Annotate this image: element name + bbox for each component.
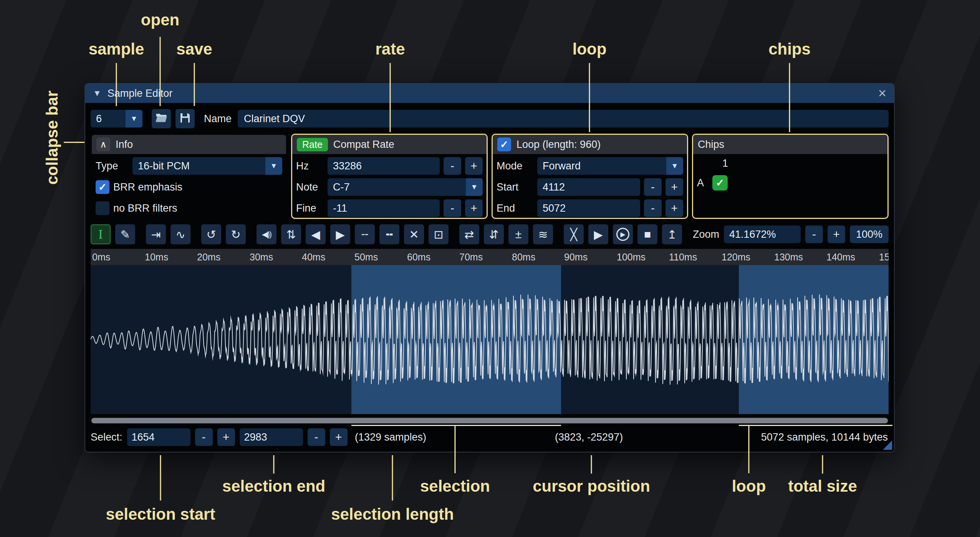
info-header[interactable]: ∧ Info <box>92 135 286 154</box>
chips-column-header: 1 <box>722 156 884 171</box>
open-button[interactable] <box>152 109 171 128</box>
note-select[interactable]: C-7 ▼ <box>328 178 483 196</box>
loop-start-plus-button[interactable]: + <box>665 178 683 196</box>
loop-end-plus-button[interactable]: + <box>665 199 683 217</box>
loop-mode-select[interactable]: Forward ▼ <box>537 157 683 175</box>
ruler-label: 110ms <box>669 252 697 263</box>
undo-button[interactable]: ↺ <box>201 224 221 244</box>
save-button[interactable] <box>175 109 195 128</box>
ruler-label: 60ms <box>407 252 430 263</box>
zoom-input[interactable]: 41.1672% <box>724 225 801 243</box>
fine-input[interactable]: -11 <box>328 199 440 217</box>
delete-button[interactable]: ✕ <box>404 224 424 244</box>
fade-in-button[interactable]: ◀ <box>306 224 326 244</box>
type-row: Type 16-bit PCM ▼ <box>96 157 282 175</box>
chips-row-a: A ✓ <box>697 175 884 191</box>
annotation-line-total-size <box>822 455 823 474</box>
brr-emphasis-row: ✓ BRR emphasis <box>96 178 282 196</box>
zoom-minus-button[interactable]: - <box>805 225 823 243</box>
total-size-text: 5072 samples, 10144 bytes <box>761 431 888 443</box>
selection-start-minus-button[interactable]: - <box>195 428 213 446</box>
hz-input[interactable]: 33286 <box>328 157 440 175</box>
crossfade-loop-button[interactable]: ╳ <box>564 224 584 244</box>
stop-button[interactable]: ■ <box>637 224 657 244</box>
hz-minus-button[interactable]: - <box>444 157 461 175</box>
window-content: 6 ▼ Name Clarinet DQV <box>85 103 894 452</box>
brr-emphasis-checkbox[interactable]: ✓ <box>96 180 109 194</box>
scrollbar-thumb[interactable] <box>91 418 888 423</box>
window-resize-grip[interactable] <box>883 441 892 450</box>
annotation-total-size: total size <box>788 477 857 496</box>
waveform-area[interactable] <box>91 265 889 414</box>
play-button[interactable]: ▶ <box>613 224 633 244</box>
loop-end-label: End <box>497 202 533 214</box>
waveform-display[interactable] <box>91 265 889 414</box>
loop-end-minus-button[interactable]: - <box>644 199 662 217</box>
sample-select[interactable]: 6 ▼ <box>91 110 142 128</box>
annotation-bracket-selection <box>351 425 561 426</box>
resample-button[interactable]: ∿ <box>171 224 190 244</box>
normalize-button[interactable]: ⇅ <box>281 224 301 244</box>
selection-start-input[interactable]: 1654 <box>127 428 190 446</box>
loop-header: ✓ Loop (length: 960) <box>493 135 687 154</box>
close-icon[interactable]: × <box>878 86 886 100</box>
fine-input-value: -11 <box>328 202 353 214</box>
chip-a-checkbox[interactable]: ✓ <box>712 175 728 191</box>
hz-plus-button[interactable]: + <box>465 157 483 175</box>
ruler-label: 0ms <box>92 252 110 263</box>
chevron-down-icon[interactable]: ▼ <box>126 110 142 128</box>
chevron-down-icon[interactable]: ▼ <box>666 157 683 175</box>
ruler-label: 70ms <box>459 252 483 263</box>
rate-body: Hz 33286 - + Note C-7 ▼ <box>292 154 487 219</box>
create-wavetable-button[interactable]: ↥ <box>662 224 682 244</box>
annotation-line-collapse-bar <box>64 142 84 143</box>
fade-out-button[interactable]: ▶ <box>330 224 350 244</box>
loop-end-input[interactable]: 5072 <box>537 199 640 217</box>
sign-exchange-button[interactable]: ± <box>508 224 528 244</box>
loop-start-input[interactable]: 4112 <box>537 178 640 196</box>
fine-minus-button[interactable]: - <box>444 199 461 217</box>
reverse-button[interactable]: ⇄ <box>459 224 479 244</box>
chevron-down-icon[interactable]: ▼ <box>466 178 483 196</box>
name-input[interactable]: Clarinet DQV <box>238 110 889 128</box>
window-collapse-icon[interactable]: ▼ <box>93 88 101 98</box>
annotation-save: save <box>176 40 212 58</box>
preview-sample-button[interactable]: ▶ <box>588 224 608 244</box>
resize-button[interactable]: ⇥ <box>146 224 166 244</box>
fine-plus-button[interactable]: + <box>465 199 483 217</box>
annotation-chips: chips <box>768 40 811 58</box>
invert-button[interactable]: ⇵ <box>484 224 504 244</box>
edit-mode-select-button[interactable]: Ⅰ <box>91 224 111 244</box>
amplify-button[interactable]: ◀)) <box>257 224 276 244</box>
screenshot-root: ▼ Sample Editor × 6 ▼ <box>0 0 980 537</box>
edit-mode-draw-button[interactable]: ✎ <box>115 224 135 244</box>
name-row: 6 ▼ Name Clarinet DQV <box>91 109 889 128</box>
zoom-reset-button[interactable]: 100% <box>850 225 889 243</box>
loop-enable-checkbox[interactable]: ✓ <box>497 138 511 151</box>
zoom-plus-button[interactable]: + <box>828 225 845 243</box>
selection-start-value: 1654 <box>132 431 155 443</box>
ruler-label: 90ms <box>564 252 588 263</box>
titlebar[interactable]: ▼ Sample Editor × <box>85 84 894 103</box>
annotation-line-loop <box>589 63 590 132</box>
selection-end-minus-button[interactable]: - <box>308 428 325 446</box>
chevron-down-icon[interactable]: ▼ <box>265 157 282 175</box>
annotation-selection-end: selection end <box>222 477 325 496</box>
annotation-line-selection-start <box>160 455 161 501</box>
no-brr-filters-checkbox[interactable] <box>96 201 109 215</box>
loop-panel: ✓ Loop (length: 960) Mode Forward ▼ S <box>492 134 688 219</box>
apply-filter-button[interactable]: ≋ <box>533 224 553 244</box>
loop-start-minus-button[interactable]: - <box>644 178 662 196</box>
insert-silence-button[interactable]: ╌ <box>355 224 375 244</box>
loop-start-label: Start <box>497 181 533 193</box>
collapse-section-icon[interactable]: ∧ <box>96 138 110 151</box>
type-select[interactable]: 16-bit PCM ▼ <box>132 157 282 175</box>
fine-label: Fine <box>296 202 324 214</box>
redo-button[interactable]: ↻ <box>226 224 246 244</box>
selection-end-input[interactable]: 2983 <box>240 428 303 446</box>
apply-silence-button[interactable]: ╍ <box>379 224 399 244</box>
selection-start-plus-button[interactable]: + <box>217 428 235 446</box>
fine-row: Fine -11 - + <box>296 199 483 217</box>
trim-button[interactable]: ⊡ <box>429 224 449 244</box>
selection-end-plus-button[interactable]: + <box>330 428 348 446</box>
